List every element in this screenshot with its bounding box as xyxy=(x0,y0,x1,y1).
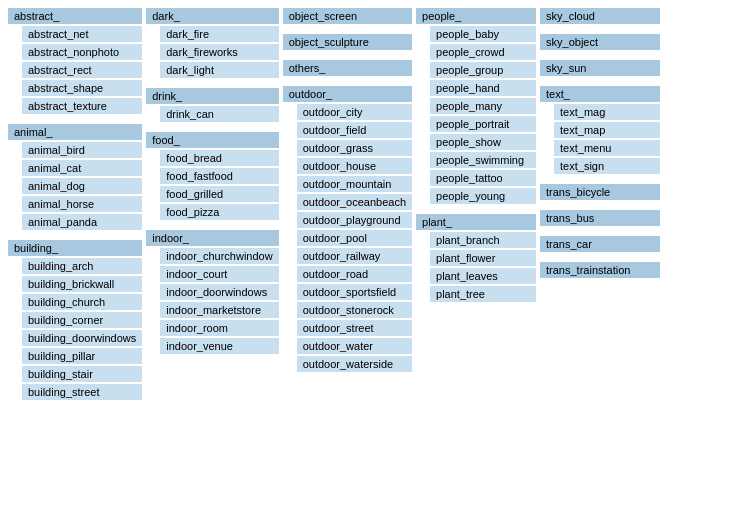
category-item-outdoor_water: outdoor_water xyxy=(297,338,412,354)
category-header-object_screen: object_screen xyxy=(283,8,412,24)
taxonomy-tree: abstract_abstract_netabstract_nonphotoab… xyxy=(8,8,737,400)
category-item-outdoor_house: outdoor_house xyxy=(297,158,412,174)
category-header-building_: building_ xyxy=(8,240,142,256)
category-item-people_portrait: people_portrait xyxy=(430,116,536,132)
category-item-people_tattoo: people_tattoo xyxy=(430,170,536,186)
category-item-animal_horse: animal_horse xyxy=(22,196,142,212)
category-item-animal_panda: animal_panda xyxy=(22,214,142,230)
category-item-outdoor_road: outdoor_road xyxy=(297,266,412,282)
category-header-outdoor_: outdoor_ xyxy=(283,86,412,102)
category-item-dark_light: dark_light xyxy=(160,62,278,78)
category-item-people_show: people_show xyxy=(430,134,536,150)
category-item-building_corner: building_corner xyxy=(22,312,142,328)
category-header-dark_: dark_ xyxy=(146,8,278,24)
category-header-trans_car: trans_car xyxy=(540,236,660,252)
category-item-building_doorwindows: building_doorwindows xyxy=(22,330,142,346)
category-item-building_pillar: building_pillar xyxy=(22,348,142,364)
category-header-sky_object: sky_object xyxy=(540,34,660,50)
category-item-building_brickwall: building_brickwall xyxy=(22,276,142,292)
category-item-outdoor_playground: outdoor_playground xyxy=(297,212,412,228)
category-header-others_: others_ xyxy=(283,60,412,76)
category-item-outdoor_street: outdoor_street xyxy=(297,320,412,336)
category-item-text_map: text_map xyxy=(554,122,660,138)
category-item-food_grilled: food_grilled xyxy=(160,186,278,202)
category-header-trans_bicycle: trans_bicycle xyxy=(540,184,660,200)
category-header-plant_: plant_ xyxy=(416,214,536,230)
category-item-indoor_venue: indoor_venue xyxy=(160,338,278,354)
category-item-outdoor_mountain: outdoor_mountain xyxy=(297,176,412,192)
category-item-outdoor_pool: outdoor_pool xyxy=(297,230,412,246)
category-item-indoor_court: indoor_court xyxy=(160,266,278,282)
category-item-animal_bird: animal_bird xyxy=(22,142,142,158)
category-item-building_church: building_church xyxy=(22,294,142,310)
category-item-outdoor_grass: outdoor_grass xyxy=(297,140,412,156)
category-item-building_stair: building_stair xyxy=(22,366,142,382)
column-col2: dark_dark_firedark_fireworksdark_lightdr… xyxy=(146,8,278,354)
category-header-trans_trainstation: trans_trainstation xyxy=(540,262,660,278)
category-header-drink_: drink_ xyxy=(146,88,278,104)
category-item-indoor_room: indoor_room xyxy=(160,320,278,336)
category-item-indoor_churchwindow: indoor_churchwindow xyxy=(160,248,278,264)
category-item-animal_cat: animal_cat xyxy=(22,160,142,176)
category-item-dark_fireworks: dark_fireworks xyxy=(160,44,278,60)
category-item-abstract_texture: abstract_texture xyxy=(22,98,142,114)
category-header-people_: people_ xyxy=(416,8,536,24)
column-col5: sky_cloudsky_objectsky_suntext_text_magt… xyxy=(540,8,660,278)
category-header-text_: text_ xyxy=(540,86,660,102)
category-header-indoor_: indoor_ xyxy=(146,230,278,246)
category-item-outdoor_railway: outdoor_railway xyxy=(297,248,412,264)
category-header-trans_bus: trans_bus xyxy=(540,210,660,226)
category-item-plant_flower: plant_flower xyxy=(430,250,536,266)
category-header-object_sculpture: object_sculpture xyxy=(283,34,412,50)
category-header-food_: food_ xyxy=(146,132,278,148)
column-col1: abstract_abstract_netabstract_nonphotoab… xyxy=(8,8,142,400)
category-item-plant_branch: plant_branch xyxy=(430,232,536,248)
category-item-text_mag: text_mag xyxy=(554,104,660,120)
category-item-food_fastfood: food_fastfood xyxy=(160,168,278,184)
category-item-text_menu: text_menu xyxy=(554,140,660,156)
category-item-abstract_nonphoto: abstract_nonphoto xyxy=(22,44,142,60)
category-item-people_group: people_group xyxy=(430,62,536,78)
category-item-building_arch: building_arch xyxy=(22,258,142,274)
category-item-dark_fire: dark_fire xyxy=(160,26,278,42)
category-item-outdoor_oceanbeach: outdoor_oceanbeach xyxy=(297,194,412,210)
category-item-abstract_rect: abstract_rect xyxy=(22,62,142,78)
column-col3: object_screenobject_sculptureothers_outd… xyxy=(283,8,412,372)
category-header-sky_cloud: sky_cloud xyxy=(540,8,660,24)
category-item-plant_leaves: plant_leaves xyxy=(430,268,536,284)
category-item-text_sign: text_sign xyxy=(554,158,660,174)
category-item-people_baby: people_baby xyxy=(430,26,536,42)
category-item-outdoor_city: outdoor_city xyxy=(297,104,412,120)
category-item-food_bread: food_bread xyxy=(160,150,278,166)
category-item-outdoor_sportsfield: outdoor_sportsfield xyxy=(297,284,412,300)
category-item-drink_can: drink_can xyxy=(160,106,278,122)
category-item-outdoor_waterside: outdoor_waterside xyxy=(297,356,412,372)
category-item-outdoor_stonerock: outdoor_stonerock xyxy=(297,302,412,318)
category-item-animal_dog: animal_dog xyxy=(22,178,142,194)
category-item-indoor_marketstore: indoor_marketstore xyxy=(160,302,278,318)
category-header-animal_: animal_ xyxy=(8,124,142,140)
category-item-people_crowd: people_crowd xyxy=(430,44,536,60)
category-header-abstract_: abstract_ xyxy=(8,8,142,24)
category-item-food_pizza: food_pizza xyxy=(160,204,278,220)
column-col4: people_people_babypeople_crowdpeople_gro… xyxy=(416,8,536,302)
category-item-people_swimming: people_swimming xyxy=(430,152,536,168)
category-header-sky_sun: sky_sun xyxy=(540,60,660,76)
category-item-plant_tree: plant_tree xyxy=(430,286,536,302)
category-item-abstract_net: abstract_net xyxy=(22,26,142,42)
category-item-indoor_doorwindows: indoor_doorwindows xyxy=(160,284,278,300)
category-item-abstract_shape: abstract_shape xyxy=(22,80,142,96)
category-item-outdoor_field: outdoor_field xyxy=(297,122,412,138)
category-item-people_many: people_many xyxy=(430,98,536,114)
category-item-people_hand: people_hand xyxy=(430,80,536,96)
category-item-building_street: building_street xyxy=(22,384,142,400)
category-item-people_young: people_young xyxy=(430,188,536,204)
